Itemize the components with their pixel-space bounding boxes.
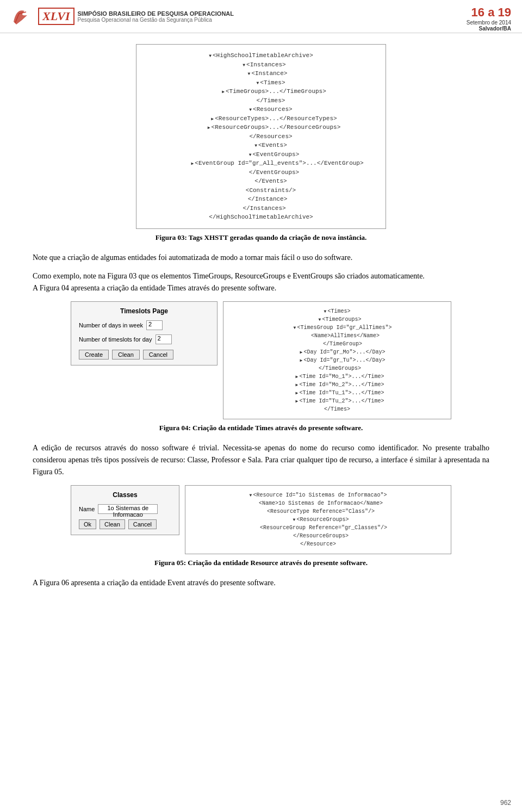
fig04-field1-input[interactable]: 2: [146, 320, 163, 330]
xml-line: </TimeGroups>: [230, 364, 444, 373]
fig05-xml-panel: <Resource Id="1o Sistemas de Informacao"…: [185, 485, 451, 554]
xml-line: <EventGroup Id="gr_All_events">...</Even…: [145, 159, 377, 168]
header-date: 16 a 19 Setembro de 2014 Salvador/BA: [467, 5, 511, 32]
xml-line: <HighSchoolTimetableArchive>: [145, 51, 377, 60]
collapse-arrow: [293, 517, 297, 523]
logo-symposium-text: SIMPÓSIO BRASILEIRO DE PESQUISA OPERACIO…: [78, 10, 234, 23]
collapse-arrow: [249, 151, 253, 158]
symposium-subtitle: Pesquisa Operacional na Gestão da Segura…: [78, 17, 234, 23]
collapse-arrow: [300, 349, 304, 355]
xml-line: <TimesGroup Id="gr_AllTimes">: [230, 324, 444, 332]
xml-line: <Times>: [230, 307, 444, 315]
date-month: Setembro de 2014: [467, 20, 511, 26]
xml-line: <Instances>: [145, 60, 377, 70]
fig04-field1-label: Number of days in week: [79, 322, 143, 328]
xml-line: <ResourceType Reference="Class"/>: [192, 507, 444, 516]
collapse-arrow: [254, 142, 258, 148]
fig04-clean-button[interactable]: Clean: [112, 350, 140, 359]
xml-line: <ResourceGroups>...</ResourceGroups>: [145, 123, 377, 132]
xml-line: <Day Id="gr_Tu">...</Day>: [230, 356, 444, 364]
fig04-form-panel: Timeslots Page Number of days in week 2 …: [71, 301, 217, 365]
fig04-create-button[interactable]: Create: [79, 350, 109, 359]
fig04-field-row-2: Number of timeslots for day 2: [79, 334, 209, 344]
logo-text-area: XLVI SIMPÓSIO BRASILEIRO DE PESQUISA OPE…: [38, 8, 234, 25]
xml-line: </Resources>: [145, 132, 377, 141]
para4-text: A edição de recursos através do nosso so…: [33, 444, 419, 452]
collapse-arrow: [296, 382, 300, 388]
xml-line: <Day Id="gr_Mo">...</Day>: [230, 348, 444, 356]
main-content: <HighSchoolTimetableArchive> <Instances>…: [0, 33, 522, 628]
fig04-button-row: Create Clean Cancel: [79, 350, 209, 359]
fig04-xml-panel: <Times> <TimeGroups> <TimesGroup Id="gr_…: [223, 301, 451, 419]
xml-line: </Instances>: [145, 204, 377, 213]
xml-line: </EventGroups>: [145, 168, 377, 177]
figure-04-area: Timeslots Page Number of days in week 2 …: [33, 301, 489, 419]
symposium-title: SIMPÓSIO BRASILEIRO DE PESQUISA OPERACIO…: [78, 10, 234, 17]
para2-text: Como exemplo, note na Figura 03 que os e…: [33, 272, 425, 280]
fig05-cancel-button[interactable]: Cancel: [128, 519, 157, 529]
xml-line: <Name>1o Sistemas de Informacao</Name>: [192, 499, 444, 507]
fig05-caption: Figura 05: Criação da entidade Resource …: [33, 559, 489, 567]
figure-03-area: <HighSchoolTimetableArchive> <Instances>…: [33, 44, 489, 229]
xml-line: <EventGroups>: [145, 150, 377, 159]
collapse-arrow: [319, 317, 322, 323]
xml-line: </ResourceGroups>: [192, 532, 444, 540]
paragraph-4-5: A edição de recursos através do nosso so…: [33, 442, 489, 479]
fig05-panels: Classes Name 1o Sistemas de Informacao O…: [71, 485, 451, 554]
fig05-form-panel: Classes Name 1o Sistemas de Informacao O…: [71, 485, 179, 535]
xml-line: <Resource Id="1o Sistemas de Informacao"…: [192, 491, 444, 499]
xml-line: <ResourceGroups>: [192, 516, 444, 524]
date-range: 16 a 19: [467, 5, 511, 20]
page-number: 962: [500, 799, 511, 807]
xml-line: </Instance>: [145, 195, 377, 204]
xml-line: <Time Id="Mo_2">...</Time>: [230, 381, 444, 389]
xml-line: <Name>AllTimes</Name>: [230, 332, 444, 340]
collapse-arrow: [296, 374, 300, 380]
collapse-arrow: [296, 390, 300, 396]
collapse-arrow: [209, 52, 213, 59]
logo-xlvi: XLVI: [38, 8, 74, 25]
xml-line: <ResourceTypes>...</ResourceTypes>: [145, 114, 377, 123]
xml-line: <Instance>: [145, 69, 377, 78]
xml-line: <Time Id="Tu_2">...</Time>: [230, 397, 444, 405]
fig04-panel-title: Timeslots Page: [79, 307, 209, 315]
xml-line: </TimeGroup>: [230, 340, 444, 348]
fig05-field1-input[interactable]: 1o Sistemas de Informacao: [98, 504, 158, 514]
xml-line: <TimeGroups>...</TimeGroups>: [145, 87, 377, 96]
fig04-cancel-button[interactable]: Cancel: [143, 350, 173, 359]
logo-area: XLVI SIMPÓSIO BRASILEIRO DE PESQUISA OPE…: [11, 5, 234, 27]
xml-line: <Events>: [145, 141, 377, 150]
page-header: XLVI SIMPÓSIO BRASILEIRO DE PESQUISA OPE…: [0, 0, 522, 33]
fig03-caption: Figura 03: Tags XHSTT geradas quando da …: [33, 233, 489, 242]
paragraph-1: Note que a criação de algumas entidades …: [33, 252, 489, 264]
collapse-arrow: [256, 79, 260, 86]
xml-line: </Times>: [230, 405, 444, 413]
fig04-panels: Timeslots Page Number of days in week 2 …: [71, 301, 451, 419]
fig05-panel-title: Classes: [79, 491, 171, 499]
xml-line: <ResourceGroup Reference="gr_Classes"/>: [192, 524, 444, 532]
fig04-field2-label: Number of timeslots for day: [79, 336, 152, 343]
fig04-field2-input[interactable]: 2: [156, 334, 172, 344]
collapse-arrow: [243, 61, 246, 68]
fig05-clean-button[interactable]: Clean: [100, 519, 125, 529]
paragraph-6: A Figura 06 apresenta a criação da entid…: [33, 577, 489, 589]
fig04-field-row-1: Number of days in week 2: [79, 320, 209, 330]
collapse-arrow: [300, 357, 304, 363]
collapse-arrow: [296, 398, 300, 404]
collapse-arrow: [249, 106, 253, 113]
xml-line: <Time Id="Tu_1">...</Time>: [230, 389, 444, 397]
date-location: Salvador/BA: [467, 26, 511, 32]
xml-line: <Resources>: [145, 105, 377, 114]
xml-line: </Times>: [145, 96, 377, 106]
collapse-arrow: [294, 325, 297, 331]
collapse-arrow: [208, 124, 212, 131]
xml-line: </HighSchoolTimetableArchive>: [145, 213, 377, 222]
collapse-arrow: [191, 160, 195, 166]
xml-line: </Resource>: [192, 540, 444, 548]
fig05-field1-label: Name: [79, 506, 95, 512]
collapse-arrow: [250, 492, 253, 498]
fig05-ok-button[interactable]: Ok: [79, 519, 96, 529]
figure-05-area: Classes Name 1o Sistemas de Informacao O…: [33, 485, 489, 554]
xml-line: <Constraints/>: [145, 186, 377, 195]
fig05-button-row: Ok Clean Cancel: [79, 519, 171, 529]
